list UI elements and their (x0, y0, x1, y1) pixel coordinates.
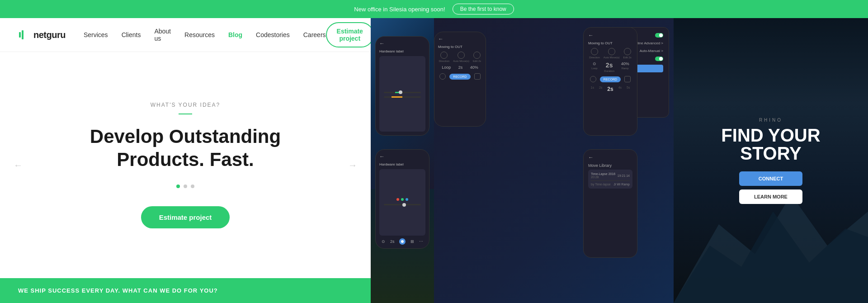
phone-inner-2: ← Moving to OUT Direction Auto Move(s) (434, 32, 486, 126)
phone-header-4: ← (379, 153, 425, 160)
announcement-text: New office in Silesia opening soon! (354, 6, 445, 13)
main-container: netguru Services Clients About us Resour… (0, 18, 868, 303)
right-panel: STOP ← Hardware label (371, 18, 868, 303)
rhino-connect-button[interactable]: CONNECT (739, 171, 802, 186)
phone-inner-4: ← Hardware label ⊙ (376, 150, 429, 248)
r1-record-button[interactable]: RECORD (600, 76, 621, 82)
r1-expand-icon[interactable] (624, 76, 631, 82)
navbar: netguru Services Clients About us Resour… (0, 18, 371, 52)
logo-icon (18, 28, 31, 41)
r1-auto-move-label: Auto Move(s) (604, 56, 620, 59)
right-phone-1-label: Moving to OUT (588, 41, 632, 45)
phone-header-1: ← (379, 40, 425, 47)
right-back-arrow-2[interactable]: ← (588, 154, 594, 161)
logo[interactable]: netguru (18, 28, 66, 41)
hero-title: Develop OutstandingProducts. Fast. (90, 125, 281, 171)
svg-rect-0 (19, 32, 21, 38)
ml-item-1-sub: 20:28 (591, 175, 615, 179)
phone-header-2: ← (438, 36, 482, 42)
direction-icon (440, 52, 448, 59)
play-icon[interactable] (439, 73, 446, 80)
hero-cta-button[interactable]: Estimate project (141, 206, 230, 228)
bottom-bar: WE SHIP SUCCESS EVERY DAY. WHAT CAN WE D… (0, 278, 371, 303)
nav-about[interactable]: About us (154, 28, 171, 42)
hero-dots (176, 185, 194, 188)
rhino-learn-button[interactable]: LEARN MORE (739, 189, 802, 204)
expand-4[interactable]: ⊞ (410, 239, 414, 244)
phone-inner-1: ← Hardware label (376, 37, 429, 135)
expand-icon[interactable] (474, 73, 481, 80)
phone-label-4: Hardware label (379, 162, 425, 166)
r1-values: ⊙ Loop 2s Duration 40% Ramp (588, 62, 632, 72)
bottom-controls-4: ⊙ 2s ⊞ ⋯ (379, 238, 425, 245)
phone-values-row: Loop 2s 40% (438, 65, 482, 70)
back-arrow-1[interactable]: ← (379, 40, 385, 47)
t4: 5s (627, 86, 630, 92)
r1-direction-icon (591, 48, 598, 55)
r1-duration-col: 2s Duration (604, 62, 614, 72)
dot-btn-4[interactable] (399, 238, 406, 245)
r1-auto-move: Auto Move(s) (604, 48, 620, 59)
ml-row-1: Time-Lapse 2016 20:28 19:21:14 (591, 172, 630, 181)
hero-dot-1[interactable] (176, 185, 180, 188)
right-phone-1: ← Moving to OUT Direction Auto Move(s) (583, 27, 637, 136)
right-phone-2-move-label: Move Library (588, 163, 632, 168)
announcement-button[interactable]: Be the first to know (453, 4, 514, 14)
bottom-bar-text: WE SHIP SUCCESS EVERY DAY. WHAT CAN WE D… (18, 287, 353, 294)
r1-ramp-value: 40% (621, 62, 629, 66)
edit-icon (473, 52, 481, 59)
move-library-content: Time-Lapse 2016 20:28 19:21:14 by Time-l… (588, 170, 632, 189)
rhino-area: RHINO FIND YOURSTORY CONNECT LEARN MORE (674, 18, 868, 303)
nav-careers[interactable]: Careers (303, 31, 326, 38)
r1-loop-col: ⊙ Loop (591, 62, 597, 72)
duration-4: 2s (390, 239, 395, 244)
record-button[interactable]: RECORD (449, 74, 470, 80)
nav-codestories[interactable]: Codestories (256, 31, 290, 38)
hero-next-arrow[interactable]: → (348, 160, 357, 170)
r1-loop-label: Loop (591, 67, 597, 70)
ml-item-2-value: Ji Wi Ramp (613, 183, 630, 186)
hero-dot-3[interactable] (191, 185, 194, 188)
rhino-find-story-text: FIND YOURSTORY (721, 126, 820, 162)
back-arrow-2[interactable]: ← (438, 36, 443, 42)
green-dot (401, 198, 404, 201)
timeline-bar-4 (384, 204, 421, 205)
r1-controls: RECORD (588, 76, 632, 82)
r1-direction-label: Direction (589, 56, 600, 59)
nav-services[interactable]: Services (84, 31, 108, 38)
r1-edit-label: Edit 2x (623, 56, 632, 59)
dot-inner-4 (401, 240, 404, 243)
direction-label: Direction (439, 60, 450, 62)
nav-links: Services Clients About us Resources Blog… (84, 28, 326, 42)
blue-dot (406, 198, 408, 201)
loop-icon-4[interactable]: ⊙ (382, 239, 385, 244)
nav-clients[interactable]: Clients (122, 31, 141, 38)
r1-timeline-labels: 1s 2s 2s 4s 5s (588, 86, 632, 92)
nav-resources[interactable]: Resources (184, 31, 215, 38)
auto-move-label: Auto Move(s) (453, 60, 469, 62)
phone-content-4 (379, 169, 425, 236)
right-phones-area: ← Moving to OUT Direction Auto Move(s) (574, 18, 674, 303)
phone-mockup-2: ← Moving to OUT Direction Auto Move(s) (434, 32, 486, 127)
right-phone-1-header: ← (588, 32, 632, 38)
red-dot (396, 198, 399, 201)
hero-dot-2[interactable] (184, 185, 187, 188)
phone-icons-row: Direction Auto Move(s) Edit 2x (438, 52, 482, 62)
more-4[interactable]: ⋯ (419, 239, 423, 244)
back-arrow-4[interactable]: ← (379, 153, 385, 160)
estimate-project-button[interactable]: Estimate project (326, 22, 374, 47)
right-phone-1-icons: Direction Auto Move(s) Edit 2x (588, 48, 632, 59)
hero-prev-arrow[interactable]: ← (14, 160, 23, 170)
duration-value: 2s (458, 65, 463, 70)
r1-edit-icon (624, 48, 631, 55)
right-back-arrow-1[interactable]: ← (588, 32, 594, 38)
rhino-buttons: CONNECT LEARN MORE (739, 171, 802, 204)
edit-label: Edit 2x (473, 60, 481, 62)
t3: 4s (618, 86, 622, 92)
auto-move-icon-item: Auto Move(s) (453, 52, 469, 62)
ramp-value: 40% (470, 65, 478, 70)
nav-blog[interactable]: Blog (228, 31, 242, 38)
r1-play-icon[interactable] (590, 76, 596, 82)
logo-text: netguru (33, 30, 66, 40)
r1-duration-value: 2s (606, 62, 613, 69)
